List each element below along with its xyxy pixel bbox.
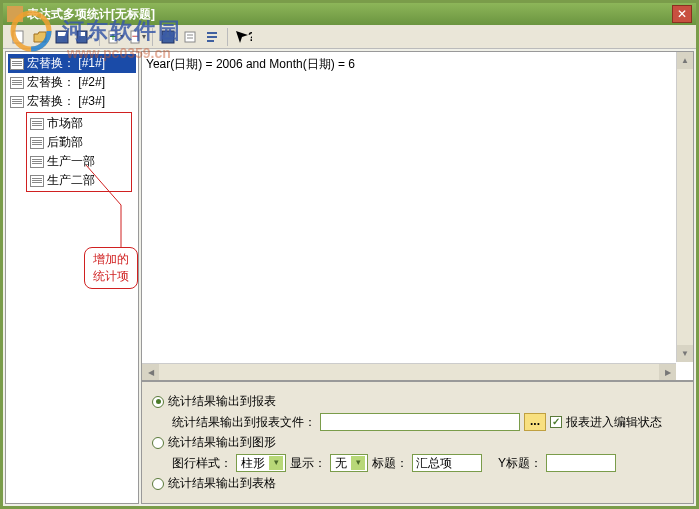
radio-output-table[interactable] (152, 478, 164, 490)
toolbar-save-icon[interactable] (53, 28, 71, 46)
tree-item-label: 宏替换： [#1#] (27, 55, 105, 72)
toolbar-new-icon[interactable] (9, 28, 27, 46)
show-label: 显示： (290, 455, 326, 472)
report-file-label: 统计结果输出到报表文件： (172, 414, 316, 431)
tree-item-dept-3[interactable]: 生产一部 (28, 152, 130, 171)
annotation-label: 增加的统计项 (84, 247, 138, 289)
editor-content: Year(日期) = 2006 and Month(日期) = 6 (146, 57, 355, 71)
browse-button[interactable]: ... (524, 413, 546, 431)
tree-item-label: 宏替换： [#3#] (27, 93, 105, 110)
tree-item-macro-3[interactable]: 宏替换： [#3#] (8, 92, 136, 111)
checkbox-label: 报表进入编辑状态 (566, 414, 662, 431)
app-icon (7, 6, 23, 22)
show-select[interactable]: 无▾ (330, 454, 368, 472)
tree-item-label: 市场部 (47, 115, 83, 132)
row-report-file: 统计结果输出到报表文件： ... 报表进入编辑状态 (172, 413, 683, 431)
svg-text:?: ? (248, 30, 252, 44)
document-icon (30, 175, 44, 187)
tree-item-macro-1[interactable]: 宏替换： [#1#] (8, 54, 136, 73)
toolbar-add-icon[interactable]: + (106, 28, 124, 46)
title-label: 标题： (372, 455, 408, 472)
document-icon (30, 156, 44, 168)
toolbar: + − ? (3, 25, 696, 49)
tree-pane: 宏替换： [#1#] 宏替换： [#2#] 宏替换： [#3#] 市场部 后勤部… (5, 51, 139, 504)
svg-rect-6 (79, 32, 85, 36)
report-file-input[interactable] (320, 413, 520, 431)
tree-item-macro-2[interactable]: 宏替换： [#2#] (8, 73, 136, 92)
toolbar-report-icon[interactable] (181, 28, 199, 46)
toolbar-remove-icon[interactable]: − (128, 28, 146, 46)
chart-style-label: 图行样式： (172, 455, 232, 472)
radio-label: 统计结果输出到图形 (168, 434, 276, 451)
tree-annotated-group: 市场部 后勤部 生产一部 生产二部 (26, 112, 132, 192)
toolbar-separator (152, 28, 153, 46)
svg-rect-11 (162, 31, 174, 43)
titlebar: 表达式多项统计[无标题] ✕ (3, 3, 696, 25)
svg-rect-12 (185, 32, 195, 42)
expression-editor[interactable]: Year(日期) = 2006 and Month(日期) = 6 (141, 51, 694, 381)
toolbar-save-as-icon[interactable] (75, 28, 93, 46)
close-button[interactable]: ✕ (672, 5, 692, 23)
app-window: 河东软件园 www.pc0359.cn 表达式多项统计[无标题] ✕ + − ?… (0, 0, 699, 509)
tree-item-dept-2[interactable]: 后勤部 (28, 133, 130, 152)
dropdown-arrow-icon: ▾ (269, 456, 283, 470)
tree-item-label: 生产二部 (47, 172, 95, 189)
window-title: 表达式多项统计[无标题] (27, 6, 672, 23)
horizontal-scrollbar[interactable] (142, 363, 676, 380)
document-icon (10, 58, 24, 70)
tree: 宏替换： [#1#] 宏替换： [#2#] 宏替换： [#3#] 市场部 后勤部… (6, 52, 138, 196)
document-icon (10, 77, 24, 89)
vertical-scrollbar[interactable] (676, 52, 693, 362)
checkbox-edit-mode[interactable] (550, 416, 562, 428)
toolbar-list-icon[interactable] (203, 28, 221, 46)
svg-rect-4 (58, 32, 66, 36)
tree-item-label: 后勤部 (47, 134, 83, 151)
title-input[interactable] (412, 454, 482, 472)
ytitle-label: Y标题： (498, 455, 542, 472)
radio-output-chart[interactable] (152, 437, 164, 449)
tree-item-dept-4[interactable]: 生产二部 (28, 171, 130, 190)
dropdown-arrow-icon: ▾ (351, 456, 365, 470)
option-output-table[interactable]: 统计结果输出到表格 (152, 475, 683, 492)
svg-text:−: − (131, 29, 138, 43)
svg-rect-2 (13, 31, 23, 43)
toolbar-disk-icon[interactable] (159, 28, 177, 46)
document-icon (30, 118, 44, 130)
ytitle-input[interactable] (546, 454, 616, 472)
content-area: 宏替换： [#1#] 宏替换： [#2#] 宏替换： [#3#] 市场部 后勤部… (3, 49, 696, 506)
radio-label: 统计结果输出到报表 (168, 393, 276, 410)
toolbar-separator (99, 28, 100, 46)
option-output-report[interactable]: 统计结果输出到报表 (152, 393, 683, 410)
svg-text:+: + (109, 30, 116, 44)
option-output-chart[interactable]: 统计结果输出到图形 (152, 434, 683, 451)
toolbar-open-icon[interactable] (31, 28, 49, 46)
tree-item-dept-1[interactable]: 市场部 (28, 114, 130, 133)
row-chart-settings: 图行样式： 柱形▾ 显示： 无▾ 标题： Y标题： (172, 454, 683, 472)
toolbar-separator (227, 28, 228, 46)
output-options-panel: 统计结果输出到报表 统计结果输出到报表文件： ... 报表进入编辑状态 统计结果… (141, 381, 694, 504)
radio-output-report[interactable] (152, 396, 164, 408)
radio-label: 统计结果输出到表格 (168, 475, 276, 492)
tree-item-label: 宏替换： [#2#] (27, 74, 105, 91)
chart-style-select[interactable]: 柱形▾ (236, 454, 286, 472)
annotation: 增加的统计项 (84, 247, 138, 289)
document-icon (10, 96, 24, 108)
toolbar-help-icon[interactable]: ? (234, 28, 252, 46)
document-icon (30, 137, 44, 149)
right-pane: Year(日期) = 2006 and Month(日期) = 6 统计结果输出… (141, 51, 694, 504)
tree-item-label: 生产一部 (47, 153, 95, 170)
